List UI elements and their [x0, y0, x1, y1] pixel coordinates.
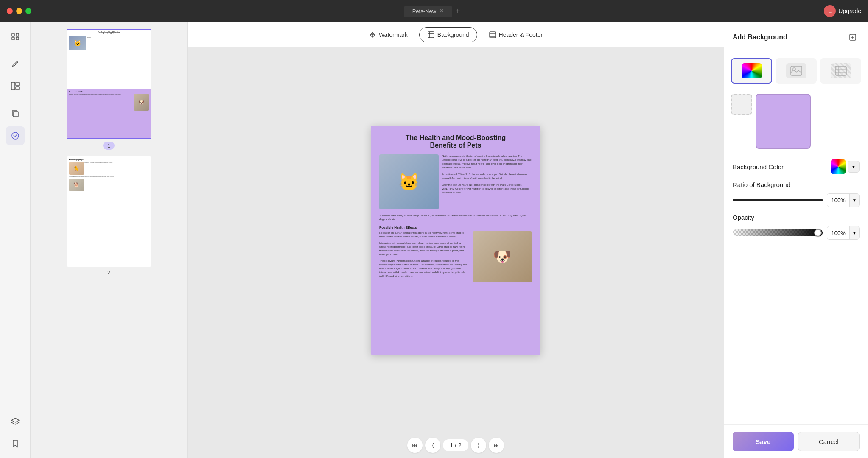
tab-close-icon[interactable]: ✕ — [440, 8, 444, 14]
cancel-button[interactable]: Cancel — [798, 432, 860, 451]
tab-label: Pets-New — [412, 8, 436, 14]
svg-point-8 — [12, 132, 19, 139]
svg-rect-9 — [428, 32, 434, 38]
sidebar-item-watermark[interactable] — [6, 126, 25, 145]
color-tab[interactable] — [731, 58, 772, 84]
last-page-button[interactable]: ⏭ — [489, 438, 504, 453]
sidebar-item-bookmark[interactable] — [6, 434, 25, 453]
panel-header: Add Background — [724, 22, 868, 51]
dogs-image: 🐶 — [473, 231, 532, 282]
ratio-value-input[interactable]: 100% — [827, 195, 849, 206]
doc-top-section: 🐱 Nothing compares to the joy of coming … — [379, 154, 532, 209]
watermark-tab[interactable]: Watermark — [361, 27, 416, 42]
first-page-button[interactable]: ⏮ — [407, 438, 423, 453]
document-page: The Health and Mood-BoostingBenefits of … — [371, 126, 540, 355]
opacity-slider-row: 100% ▼ — [733, 226, 860, 240]
watermark-label: Watermark — [379, 31, 408, 38]
add-tab-icon[interactable]: + — [456, 7, 460, 16]
ratio-slider-track[interactable] — [733, 199, 823, 201]
svg-rect-4 — [11, 82, 15, 90]
thumbnail-page-1[interactable]: The Health and Mood-BoostingBenefits of … — [37, 29, 180, 150]
empty-swatch[interactable] — [731, 94, 752, 115]
pattern-preview-icon — [831, 63, 851, 78]
sidebar-item-layout[interactable] — [6, 77, 25, 95]
page-separator: / — [455, 442, 456, 449]
opacity-section: Opacity 100% ▼ — [724, 214, 868, 248]
selected-color-swatch[interactable] — [756, 94, 811, 149]
svg-rect-6 — [16, 87, 19, 90]
header-footer-tab[interactable]: Header & Footer — [481, 27, 551, 42]
pattern-tab[interactable] — [820, 58, 861, 84]
opacity-dropdown-arrow[interactable]: ▼ — [849, 226, 859, 239]
pagination-bar: ⏮ ⟨ 1 / 2 ⟩ ⏭ — [188, 433, 724, 458]
right-panel: Add Background — [724, 22, 868, 458]
ratio-value-box: 100% ▼ — [827, 193, 860, 207]
titlebar: Pets-New ✕ + L Upgrade — [0, 0, 868, 22]
possible-health-effects-title: Possible Health Effects — [379, 226, 532, 229]
active-tab[interactable]: Pets-New ✕ — [404, 6, 452, 17]
svg-rect-0 — [12, 33, 14, 36]
color-type-tabs — [724, 51, 868, 90]
opacity-slider-track[interactable] — [733, 229, 823, 236]
thumbnail-page-2[interactable]: Animals Helping People 🐈 Research on hum… — [37, 156, 180, 276]
tabs-bar: Pets-New ✕ + — [40, 6, 824, 17]
opacity-value-input[interactable]: 100% — [827, 228, 849, 238]
main-area: The Health and Mood-BoostingBenefits of … — [0, 22, 868, 458]
page-indicator: 1 / 2 — [443, 439, 468, 451]
image-tab[interactable] — [776, 58, 817, 84]
ratio-slider-row: 100% ▼ — [733, 193, 860, 207]
color-picker-button[interactable] — [831, 159, 846, 174]
thumbnail-frame-2[interactable]: Animals Helping People 🐈 Research on hum… — [67, 156, 151, 267]
minimize-button[interactable] — [16, 8, 22, 14]
background-icon — [427, 31, 435, 39]
background-tab[interactable]: Background — [419, 27, 477, 42]
thumbnails-panel: The Health and Mood-BoostingBenefits of … — [31, 22, 188, 458]
opacity-value-box: 100% ▼ — [827, 226, 860, 240]
opacity-thumb[interactable] — [814, 229, 822, 237]
thumbnail-frame-1[interactable]: The Health and Mood-BoostingBenefits of … — [67, 29, 151, 139]
bg-color-label: Background Color — [733, 163, 784, 170]
color-gradient-preview — [742, 63, 762, 78]
svg-rect-1 — [16, 33, 19, 36]
divider2 — [8, 100, 22, 100]
color-dropdown-arrow[interactable]: ▼ — [848, 161, 860, 173]
svg-rect-7 — [13, 112, 18, 117]
bg-color-row: Background Color ▼ — [724, 156, 868, 181]
opacity-label: Opacity — [733, 214, 860, 221]
total-pages: 2 — [458, 442, 462, 449]
traffic-lights — [7, 8, 31, 14]
left-sidebar — [0, 22, 31, 458]
current-page[interactable]: 1 — [450, 442, 453, 449]
panel-footer: Save Cancel — [724, 424, 868, 458]
ratio-label: Ratio of Background — [733, 181, 860, 188]
svg-rect-10 — [490, 32, 496, 38]
next-page-button[interactable]: ⟩ — [471, 438, 486, 453]
close-button[interactable] — [7, 8, 13, 14]
background-label: Background — [437, 31, 469, 38]
sidebar-item-layers[interactable] — [6, 412, 25, 431]
svg-rect-2 — [12, 37, 14, 40]
image-preview-icon — [786, 63, 806, 78]
ratio-section: Ratio of Background 100% ▼ — [724, 181, 868, 214]
doc-title: The Health and Mood-BoostingBenefits of … — [379, 134, 532, 149]
sidebar-item-copy[interactable] — [6, 104, 25, 123]
watermark-icon — [369, 31, 376, 39]
header-footer-label: Header & Footer — [499, 31, 543, 38]
doc-body-text-1: Nothing compares to the joy of coming ho… — [442, 154, 532, 209]
panel-title: Add Background — [733, 34, 787, 41]
prev-page-button[interactable]: ⟨ — [425, 438, 440, 453]
save-button[interactable]: Save — [733, 432, 794, 451]
color-swatch-area — [724, 90, 868, 156]
sidebar-item-pen[interactable] — [6, 55, 25, 73]
user-avatar: L — [824, 5, 836, 17]
maximize-button[interactable] — [25, 8, 31, 14]
upgrade-button[interactable]: L Upgrade — [824, 5, 861, 17]
sidebar-item-pages[interactable] — [6, 27, 25, 46]
canvas-area: Watermark Background Header & Footer The… — [188, 22, 724, 458]
doc-bottom-section: Research on human-animal interactions is… — [379, 231, 532, 282]
svg-rect-14 — [835, 66, 846, 75]
svg-rect-5 — [16, 82, 19, 86]
ratio-dropdown-arrow[interactable]: ▼ — [849, 194, 859, 207]
panel-export-icon[interactable] — [846, 31, 860, 44]
header-footer-icon — [489, 31, 496, 39]
